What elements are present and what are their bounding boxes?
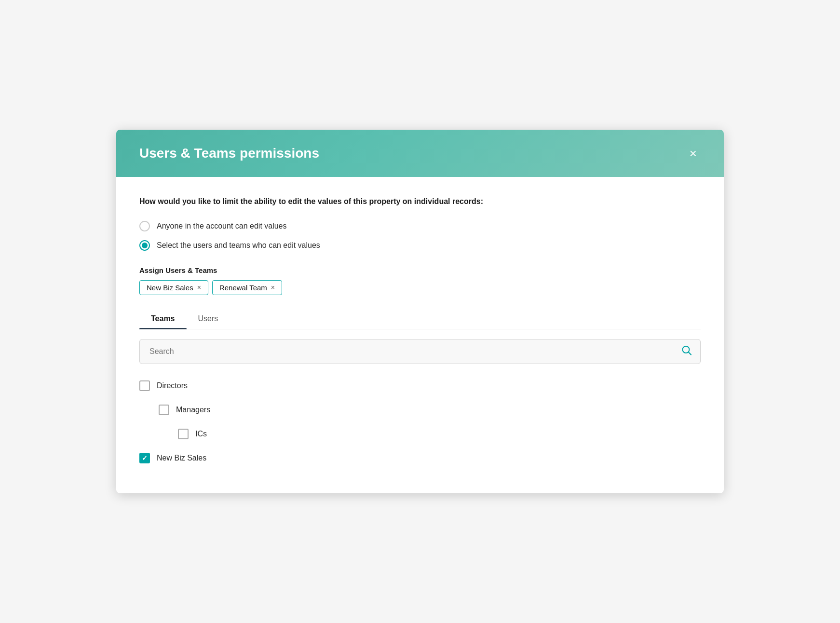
list-item[interactable]: Managers xyxy=(139,398,701,422)
search-container xyxy=(139,339,701,364)
modal-body: How would you like to limit the ability … xyxy=(116,177,724,493)
checkbox-new-biz-sales[interactable] xyxy=(139,453,150,463)
tag-renewal-team: Renewal Team × xyxy=(212,280,282,295)
team-name-new-biz-sales: New Biz Sales xyxy=(157,454,206,462)
tab-teams[interactable]: Teams xyxy=(139,309,187,329)
tag-new-biz-sales: New Biz Sales × xyxy=(139,280,208,295)
radio-group: Anyone in the account can edit values Se… xyxy=(139,221,701,251)
assign-label: Assign Users & Teams xyxy=(139,266,701,274)
radio-option-anyone[interactable]: Anyone in the account can edit values xyxy=(139,221,701,231)
list-item[interactable]: Directors xyxy=(139,374,701,398)
svg-line-1 xyxy=(689,352,691,354)
modal-header: Users & Teams permissions × xyxy=(116,130,724,177)
tag-remove-new-biz-sales[interactable]: × xyxy=(197,284,201,291)
team-name-directors: Directors xyxy=(157,381,188,390)
radio-circle-select[interactable] xyxy=(139,240,150,251)
checkbox-directors[interactable] xyxy=(139,380,150,391)
modal: Users & Teams permissions × How would yo… xyxy=(116,130,724,493)
radio-circle-anyone[interactable] xyxy=(139,221,150,231)
search-input[interactable] xyxy=(139,339,701,364)
assign-section: Assign Users & Teams New Biz Sales × Ren… xyxy=(139,266,701,295)
modal-title: Users & Teams permissions xyxy=(139,146,319,161)
tag-remove-renewal-team[interactable]: × xyxy=(271,284,275,291)
team-name-ics: ICs xyxy=(195,430,207,438)
radio-label-anyone: Anyone in the account can edit values xyxy=(157,222,287,230)
checkbox-managers[interactable] xyxy=(159,405,169,415)
tabs: Teams Users xyxy=(139,309,701,329)
teams-list: Directors Managers ICs New Biz Sales xyxy=(139,374,701,470)
question-text: How would you like to limit the ability … xyxy=(139,196,701,207)
team-name-managers: Managers xyxy=(176,406,210,414)
tab-users[interactable]: Users xyxy=(187,309,230,329)
tags-container: New Biz Sales × Renewal Team × xyxy=(139,280,701,295)
search-icon xyxy=(681,345,692,358)
tag-label-renewal-team: Renewal Team xyxy=(219,284,267,292)
checkbox-ics[interactable] xyxy=(178,429,189,439)
tag-label-new-biz-sales: New Biz Sales xyxy=(147,284,193,292)
close-button[interactable]: × xyxy=(686,145,701,162)
radio-option-select[interactable]: Select the users and teams who can edit … xyxy=(139,240,701,251)
list-item[interactable]: New Biz Sales xyxy=(139,446,701,470)
list-item[interactable]: ICs xyxy=(139,422,701,446)
radio-label-select: Select the users and teams who can edit … xyxy=(157,241,320,250)
